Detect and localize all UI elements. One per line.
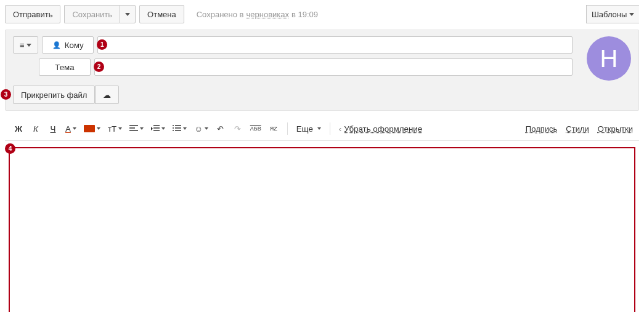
align-button[interactable]	[127, 121, 146, 137]
person-icon: 👤	[52, 41, 61, 49]
redo-button[interactable]: ↷	[230, 121, 245, 137]
indent-button[interactable]	[149, 121, 168, 137]
svg-point-2	[173, 130, 174, 131]
annotation-3: 3	[1, 89, 11, 100]
subject-label-button[interactable]: Тема	[39, 58, 91, 76]
redo-icon: ↷	[234, 124, 241, 134]
annotation-2: 2	[94, 62, 104, 72]
subject-input[interactable]	[94, 58, 573, 76]
cloud-icon: ☁	[103, 90, 111, 100]
highlight-button[interactable]	[81, 121, 103, 137]
underline-button[interactable]: Ч	[46, 121, 60, 137]
save-dropdown-button[interactable]	[120, 5, 136, 23]
attach-file-button[interactable]: Прикрепить файл	[13, 86, 95, 104]
align-icon	[129, 125, 138, 132]
undo-icon: ↶	[217, 124, 224, 134]
attach-row: 3 Прикрепить файл ☁	[13, 86, 573, 104]
message-body-editor[interactable]: 4	[9, 147, 635, 312]
svg-point-1	[173, 127, 174, 129]
drafts-link[interactable]: черновиках	[247, 10, 290, 19]
templates-button[interactable]: Шаблоны	[586, 5, 639, 23]
highlight-icon	[84, 125, 95, 132]
clear-format-button[interactable]: ‹ Убрать оформление	[336, 121, 425, 137]
send-button[interactable]: Отправить	[5, 5, 60, 23]
avatar-wrap: Н	[587, 36, 631, 81]
attach-cloud-button[interactable]: ☁	[95, 86, 119, 104]
format-toolbar: Ж К Ч A тТ ☺ ↶ ↷ АБВ ЯZ Еще ‹ Убрать офо…	[5, 117, 639, 141]
emoji-button[interactable]: ☺	[192, 121, 211, 137]
annotation-4: 4	[5, 143, 15, 154]
separator	[330, 122, 330, 135]
to-label-button[interactable]: 👤 Кому	[42, 36, 94, 54]
italic-button[interactable]: К	[28, 121, 43, 137]
save-button[interactable]: Сохранить	[64, 5, 120, 23]
compose-panel: Н ≡ 👤 Кому 1 Тема 2 3 При	[5, 30, 639, 111]
cancel-button[interactable]: Отмена	[139, 5, 184, 23]
save-split: Сохранить	[64, 5, 136, 23]
svg-point-0	[173, 125, 174, 126]
list-icon	[173, 125, 181, 132]
templates-split: Шаблоны	[586, 5, 639, 23]
to-input[interactable]	[97, 36, 573, 54]
top-bar: Отправить Сохранить Отмена Сохранено в ч…	[0, 0, 644, 30]
smile-icon: ☺	[194, 124, 203, 134]
view-options-button[interactable]: ≡	[13, 36, 38, 54]
save-status: Сохранено в черновиках в 19:09	[197, 10, 318, 19]
bold-button[interactable]: Ж	[11, 121, 26, 137]
undo-button[interactable]: ↶	[213, 121, 228, 137]
caret-down-icon	[125, 13, 130, 16]
to-row: ≡ 👤 Кому 1	[13, 36, 573, 54]
caret-down-icon	[26, 44, 31, 47]
cards-link[interactable]: Открытки	[598, 124, 633, 134]
spellcheck-button[interactable]: АБВ	[248, 121, 264, 137]
caret-down-icon	[629, 13, 634, 16]
translit-button[interactable]: ЯZ	[266, 121, 281, 137]
font-size-button[interactable]: тТ	[105, 121, 124, 137]
indent-icon	[151, 125, 160, 132]
signature-link[interactable]: Подпись	[526, 124, 557, 134]
subject-row: Тема 2	[13, 58, 573, 76]
list-button[interactable]	[170, 121, 189, 137]
more-button[interactable]: Еще	[294, 121, 324, 137]
styles-link[interactable]: Стили	[566, 124, 589, 134]
separator	[287, 122, 288, 135]
avatar[interactable]: Н	[587, 36, 631, 81]
font-color-button[interactable]: A	[63, 121, 79, 137]
chevron-left-icon: ‹	[339, 124, 341, 134]
